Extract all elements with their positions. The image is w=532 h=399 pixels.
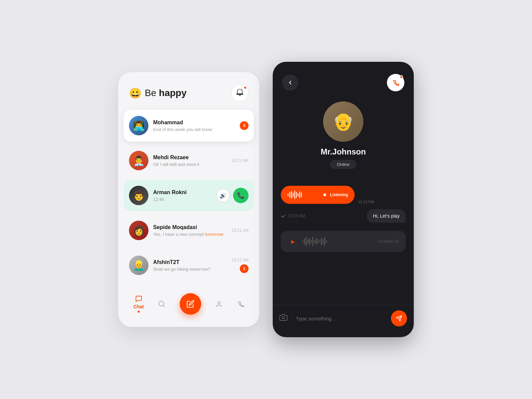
contact-name: Mr.Johnson <box>321 147 366 157</box>
emoji-icon: 😀 <box>129 87 141 99</box>
nav-item-chat[interactable]: Chat <box>133 295 144 313</box>
chat-info-sepide: Sepide Moqadasi Yes, I have a new concep… <box>153 224 231 237</box>
bell-icon <box>236 89 243 97</box>
chat-meta-mohammad: 3 <box>240 121 249 130</box>
avatar-arman <box>129 186 148 205</box>
voice-message-dark[interactable]: ▶ -Octobe <box>281 231 406 252</box>
input-divider <box>292 314 292 322</box>
chat-name-mohammad: Mohammad <box>153 120 240 126</box>
back-button[interactable] <box>282 75 298 91</box>
chat-preview-afshin: Shall we go hiking tomorrow? <box>153 267 231 272</box>
chat-nav-dot <box>138 311 140 313</box>
bottom-input-bar <box>273 305 414 337</box>
chat-meta-mehdi: 10:21 AM <box>231 158 249 163</box>
contact-status: Online <box>330 160 356 169</box>
profile-nav-icon <box>215 300 223 308</box>
call-notification-dot <box>400 75 403 79</box>
compose-button[interactable] <box>180 293 201 315</box>
send-icon <box>396 315 402 322</box>
right-header <box>273 62 414 98</box>
chat-list: Mohammad End of this week you will know … <box>118 110 259 283</box>
chat-preview-arman: 12:46 <box>153 197 216 202</box>
nav-item-search[interactable] <box>158 300 165 308</box>
waveform-orange <box>287 190 319 199</box>
message-voice-orange: Listening 12:23 PM <box>281 186 406 204</box>
nav-item-calls[interactable] <box>237 300 244 308</box>
notification-button[interactable] <box>231 84 249 102</box>
chat-time-sepide: 10:21 AM <box>231 228 249 233</box>
chat-time-afshin: 10:21 AM <box>231 258 249 262</box>
chat-item-mehdi[interactable]: Mehdi Rezaee Ok I will edit and send it … <box>124 145 254 176</box>
answer-call-button[interactable]: 📞 <box>233 188 249 203</box>
chat-name-mehdi: Mehdi Rezaee <box>153 154 231 161</box>
chat-item-afshin[interactable]: AfshinT2T Shall we go hiking tomorrow? 1… <box>124 250 254 281</box>
avatar-mehdi <box>129 151 148 170</box>
chat-item-arman[interactable]: Arman Rokni 12:46 🔊 📞 <box>124 180 254 211</box>
send-button[interactable] <box>391 310 407 326</box>
chat-meta-afshin: 10:21 AM 1 <box>231 258 249 273</box>
waveform-dark <box>302 237 374 246</box>
avatar-mohammad <box>129 116 148 135</box>
msg-time-voice: 12:23 PM <box>358 200 374 204</box>
app-title: 😀 Be happy <box>129 87 187 99</box>
chat-meta-sepide: 10:21 AM <box>231 228 249 233</box>
left-panel: 😀 Be happy Mohammad End of this week you… <box>118 72 259 327</box>
chat-time-mehdi: 10:21 AM <box>231 158 249 163</box>
contact-avatar <box>323 101 363 142</box>
pencil-icon <box>186 300 194 308</box>
chat-preview-sepide: Yes, I have a new concept tomorrow <box>153 232 231 237</box>
badge-afshin: 1 <box>240 264 249 273</box>
avatar-afshin <box>129 256 148 275</box>
chat-info-arman: Arman Rokni 12:46 <box>153 189 216 202</box>
app-title-text: Be happy <box>145 88 187 98</box>
nav-item-profile[interactable] <box>215 300 223 308</box>
chat-name-afshin: AfshinT2T <box>153 259 231 265</box>
chat-item-mohammad[interactable]: Mohammad End of this week you will know … <box>124 110 254 141</box>
calls-nav-icon <box>237 300 244 308</box>
left-header: 😀 Be happy <box>118 72 259 110</box>
search-nav-icon <box>158 300 165 308</box>
notification-dot <box>243 86 247 89</box>
voice-message-orange[interactable]: Listening <box>281 186 355 204</box>
avatar-sepide <box>129 221 148 240</box>
listening-dot <box>323 193 326 196</box>
listening-label: Listening <box>330 192 348 197</box>
chat-name-arman: Arman Rokni <box>153 189 216 195</box>
message-input[interactable] <box>296 316 387 321</box>
chat-info-mohammad: Mohammad End of this week you will know <box>153 120 240 132</box>
call-icons-arman: 🔊 📞 <box>216 188 249 203</box>
badge-mohammad: 3 <box>240 121 249 130</box>
chat-preview-mehdi: Ok I will edit and send it <box>153 162 231 167</box>
text-bubble-hi: Hi, Let's play <box>367 209 406 223</box>
back-arrow-icon <box>287 80 293 86</box>
camera-icon <box>279 314 287 321</box>
chat-nav-icon <box>135 295 142 303</box>
msg-time-left: 02:23 AM <box>288 214 305 218</box>
play-button[interactable]: ▶ <box>287 236 298 247</box>
chat-item-sepide[interactable]: Sepide Moqadasi Yes, I have a new concep… <box>124 215 254 246</box>
voice-date-label: -October 26 <box>378 239 399 244</box>
speaker-button[interactable]: 🔊 <box>216 189 230 202</box>
check-icon <box>281 214 286 218</box>
chat-info-mehdi: Mehdi Rezaee Ok I will edit and send it <box>153 154 231 167</box>
call-button[interactable] <box>387 74 404 91</box>
messages-area: Listening 12:23 PM 02:23 AM Hi, Let's pl… <box>273 179 414 305</box>
bottom-nav: Chat <box>118 286 259 327</box>
right-panel: Mr.Johnson Online <box>273 62 414 337</box>
chat-name-sepide: Sepide Moqadasi <box>153 224 231 230</box>
chat-info-afshin: AfshinT2T Shall we go hiking tomorrow? <box>153 259 231 272</box>
chat-nav-label: Chat <box>133 304 144 309</box>
contact-info: Mr.Johnson Online <box>273 98 414 179</box>
camera-button[interactable] <box>279 314 287 323</box>
message-voice-dark: ▶ -Octobe <box>281 231 406 252</box>
phone-icon <box>392 79 399 86</box>
message-text-row: 02:23 AM Hi, Let's play <box>281 209 406 223</box>
svg-point-1 <box>282 317 285 319</box>
chat-preview-mohammad: End of this week you will know <box>153 127 240 132</box>
